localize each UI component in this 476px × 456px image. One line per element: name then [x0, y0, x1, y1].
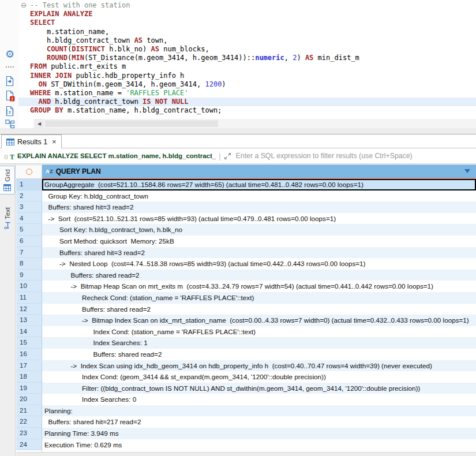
- table-row[interactable]: 23Planning Time: 3.949 ms: [16, 428, 476, 439]
- row-number[interactable]: 13: [16, 315, 42, 326]
- table-row[interactable]: 13 -> Bitmap Index Scan on idx_mrt_stati…: [16, 315, 476, 326]
- corner-cell[interactable]: [16, 165, 42, 179]
- table-row[interactable]: 5 Sort Key: h.bldg_contract_town, h.blk_…: [16, 224, 476, 236]
- code-line[interactable]: AND h.bldg_contract_town IS NOT NULL: [17, 98, 476, 106]
- column-header-query-plan[interactable]: AZ QUERY PLAN: [42, 165, 476, 179]
- table-row[interactable]: 14 Index Cond: (station_name = 'RAFFLES …: [16, 326, 476, 338]
- table-row[interactable]: 9 Buffers: shared read=2: [16, 270, 476, 281]
- code-line[interactable]: ROUND(MIN(ST_Distance(m.geom_3414, h.geo…: [30, 54, 476, 62]
- script-variables-icon[interactable]: [x]: [4, 105, 16, 117]
- table-row[interactable]: 2 Group Key: h.bldg_contract_town: [16, 190, 476, 202]
- plan-text-cell[interactable]: Buffers: shared read=2: [42, 349, 476, 360]
- plan-text-cell[interactable]: Index Searches: 1: [42, 337, 476, 349]
- table-row[interactable]: 22 Buffers: shared hit=217 read=2: [16, 416, 476, 428]
- row-number[interactable]: 5: [16, 224, 42, 236]
- plan-text-cell[interactable]: -> Sort (cost=521.10..521.31 rows=85 wid…: [42, 213, 476, 225]
- plan-text-cell[interactable]: Recheck Cond: (station_name = 'RAFFLES P…: [42, 292, 476, 304]
- code-line[interactable]: COUNT(DISTINCT h.blk_no) AS num_blocks,: [30, 45, 476, 54]
- plan-text-cell[interactable]: Buffers: shared read=2: [42, 270, 476, 281]
- plan-text-cell[interactable]: GroupAggregate (cost=521.10..1584.86 row…: [42, 179, 476, 190]
- table-row[interactable]: 20 Index Searches: 0: [16, 394, 476, 405]
- side-tab-text[interactable]: Text: [0, 204, 15, 232]
- code-line[interactable]: GROUP BY m.station_name, h.bldg_contract…: [30, 106, 476, 115]
- row-number[interactable]: 9: [16, 270, 42, 281]
- row-number[interactable]: 15: [16, 337, 42, 349]
- table-row[interactable]: 7 Buffers: shared hit=3 read=2: [16, 247, 476, 259]
- row-number[interactable]: 7: [16, 247, 42, 259]
- scroll-left-arrow-icon[interactable]: ◀: [35, 119, 44, 128]
- code-line[interactable]: EXPLAIN ANALYZE: [30, 10, 476, 18]
- plan-text-cell[interactable]: Filter: ((bldg_contract_town IS NOT NULL…: [42, 383, 476, 394]
- table-row[interactable]: 19 Filter: ((bldg_contract_town IS NOT N…: [16, 383, 476, 394]
- table-row[interactable]: 16 Buffers: shared read=2: [16, 349, 476, 360]
- overflow-dots-icon[interactable]: [4, 65, 16, 69]
- row-number[interactable]: 24: [16, 439, 42, 451]
- row-number[interactable]: 1: [16, 179, 42, 190]
- row-number[interactable]: 18: [16, 371, 42, 383]
- execution-plan-icon[interactable]: [4, 118, 16, 130]
- plan-text-cell[interactable]: Group Key: h.bldg_contract_town: [42, 190, 476, 202]
- row-number[interactable]: 8: [16, 258, 42, 270]
- row-number[interactable]: 10: [16, 281, 42, 292]
- plan-text-cell[interactable]: Buffers: shared read=2: [42, 304, 476, 315]
- tab-results-1[interactable]: Results 1 ×: [1, 134, 62, 148]
- plan-text-cell[interactable]: Buffers: shared hit=3 read=2: [42, 247, 476, 259]
- grid-horizontal-scrollbar[interactable]: [16, 452, 476, 456]
- plan-text-cell[interactable]: Planning:: [42, 405, 476, 417]
- row-number[interactable]: 6: [16, 236, 42, 247]
- row-number[interactable]: 21: [16, 405, 42, 417]
- code-line[interactable]: m.station_name,: [30, 28, 476, 36]
- row-number[interactable]: 17: [16, 360, 42, 372]
- table-row[interactable]: 15 Index Searches: 1: [16, 337, 476, 349]
- table-row[interactable]: 6 Sort Method: quicksort Memory: 25kB: [16, 236, 476, 247]
- row-number[interactable]: 4: [16, 213, 42, 225]
- row-number[interactable]: 19: [16, 383, 42, 394]
- plan-text-cell[interactable]: -> Bitmap Index Scan on idx_mrt_station_…: [42, 315, 476, 326]
- code-line[interactable]: SELECT: [30, 18, 476, 27]
- plan-text-cell[interactable]: Index Searches: 0: [42, 394, 476, 405]
- row-number[interactable]: 3: [16, 201, 42, 213]
- row-number[interactable]: 20: [16, 394, 42, 405]
- code-line[interactable]: WHERE m.station_name = 'RAFFLES PLACE': [30, 89, 476, 98]
- code-line[interactable]: -- Test with one station: [30, 1, 476, 10]
- row-number[interactable]: 12: [16, 304, 42, 315]
- table-row[interactable]: 1GroupAggregate (cost=521.10..1584.86 ro…: [16, 179, 476, 190]
- plan-text-cell[interactable]: Index Cond: (geom_3414 && st_expand(m.ge…: [42, 371, 476, 383]
- code-line[interactable]: INNER JOIN public.hdb_property_info h: [30, 72, 476, 80]
- plan-text-cell[interactable]: Sort Method: quicksort Memory: 25kB: [42, 236, 476, 247]
- table-row[interactable]: 21Planning:: [16, 405, 476, 417]
- table-row[interactable]: 17 -> Index Scan using idx_hdb_geom_3414…: [16, 360, 476, 372]
- table-row[interactable]: 8 -> Nested Loop (cost=4.74..518.38 rows…: [16, 258, 476, 270]
- scrollbar-thumb[interactable]: [45, 120, 218, 127]
- plan-text-cell[interactable]: Execution Time: 0.629 ms: [42, 439, 476, 451]
- row-number[interactable]: 23: [16, 428, 42, 439]
- code-line[interactable]: h.bldg_contract_town AS town,: [30, 36, 476, 45]
- plan-text-cell[interactable]: Index Cond: (station_name = 'RAFFLES PLA…: [42, 326, 476, 338]
- plan-text-cell[interactable]: Planning Time: 3.949 ms: [42, 428, 476, 439]
- column-menu-dropdown-icon[interactable]: [464, 169, 470, 173]
- table-row[interactable]: 18 Index Cond: (geom_3414 && st_expand(m…: [16, 371, 476, 383]
- table-row[interactable]: 4 -> Sort (cost=521.10..521.31 rows=85 w…: [16, 213, 476, 225]
- row-number[interactable]: 22: [16, 416, 42, 428]
- sql-editor[interactable]: ⚙ ! [x]: [0, 0, 476, 119]
- expand-filter-icon[interactable]: [224, 152, 231, 160]
- table-row[interactable]: 11 Recheck Cond: (station_name = 'RAFFLE…: [16, 292, 476, 304]
- collapse-marker-icon[interactable]: ⊖: [21, 1, 27, 10]
- editor-results-sash[interactable]: [0, 128, 476, 134]
- table-row[interactable]: 10 -> Bitmap Heap Scan on mrt_exits m (c…: [16, 281, 476, 292]
- table-row[interactable]: 3 Buffers: shared hit=3 read=2: [16, 201, 476, 213]
- plan-text-cell[interactable]: Sort Key: h.bldg_contract_town, h.blk_no: [42, 224, 476, 236]
- script-output-icon[interactable]: [4, 75, 16, 87]
- editor-horizontal-scrollbar[interactable]: ◀: [18, 119, 476, 128]
- code-line[interactable]: ON ST_DWithin(m.geom_3414, h.geom_3414, …: [30, 80, 476, 89]
- plan-text-cell[interactable]: -> Nested Loop (cost=4.74..518.38 rows=8…: [42, 258, 476, 270]
- close-icon[interactable]: ×: [52, 137, 57, 146]
- table-row[interactable]: 12 Buffers: shared read=2: [16, 304, 476, 315]
- plan-text-cell[interactable]: Buffers: shared hit=3 read=2: [42, 201, 476, 213]
- script-error-icon[interactable]: !: [4, 90, 16, 102]
- table-row[interactable]: 24Execution Time: 0.629 ms: [16, 439, 476, 451]
- row-number[interactable]: 2: [16, 190, 42, 202]
- code-line[interactable]: FROM public.mrt_exits m: [30, 62, 476, 71]
- plan-text-cell[interactable]: -> Bitmap Heap Scan on mrt_exits m (cost…: [42, 281, 476, 292]
- filter-input-placeholder[interactable]: Enter a SQL expression to filter results…: [236, 152, 413, 160]
